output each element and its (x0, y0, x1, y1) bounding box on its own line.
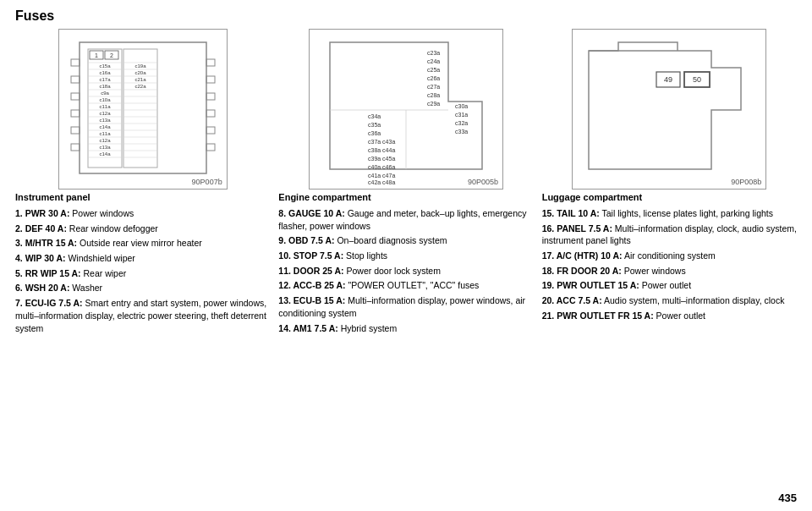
svg-text:c12a: c12a (99, 111, 111, 116)
luggage-compartment-diagram: 49 50 90P008b (572, 29, 766, 190)
svg-text:c19a: c19a (134, 63, 146, 69)
fuse-item-14: 14. AM1 7.5 A: Hybrid system (278, 322, 533, 335)
svg-text:c25a: c25a (427, 67, 440, 73)
fuse-item-21: 21. PWR OUTLET FR 15 A: Power outlet (542, 310, 797, 322)
ec-diagram-code: 90P005b (468, 178, 498, 186)
fuse-item-8: 8. GAUGE 10 A: Gauge and meter, back–up … (278, 207, 533, 232)
svg-text:c40a c46a: c40a c46a (368, 164, 395, 170)
instrument-panel-block: 1 2 (15, 29, 270, 202)
svg-rect-57 (71, 93, 80, 100)
svg-text:c29a: c29a (427, 101, 440, 107)
svg-text:c28a: c28a (427, 92, 440, 98)
fuse-item-13: 13. ECU-B 15 A: Multi–information displa… (278, 294, 533, 319)
page-container: Fuses 1 2 (0, 0, 812, 511)
svg-text:c24a: c24a (427, 58, 440, 64)
svg-text:c30a: c30a (455, 103, 468, 109)
page-number: 435 (778, 492, 797, 504)
lc-diagram-label: Luggage compartment (542, 192, 643, 202)
svg-text:c14a: c14a (99, 151, 111, 157)
svg-rect-58 (71, 110, 80, 117)
fuse-item-19: 19. PWR OUTLET 15 A: Power outlet (542, 279, 797, 292)
page-title: Fuses (15, 8, 797, 24)
svg-text:c33a: c33a (455, 129, 468, 135)
svg-text:c23a: c23a (427, 50, 440, 56)
svg-rect-66 (206, 144, 215, 151)
fuse-item-12: 12. ACC-B 25 A: "POWER OUTLET", "ACC" fu… (278, 279, 533, 292)
diagrams-row: 1 2 (15, 29, 797, 202)
svg-text:c32a: c32a (455, 120, 468, 126)
fuse-descriptions: 1. PWR 30 A: Power windows 2. DEF 40 A: … (15, 207, 797, 503)
svg-rect-56 (71, 76, 80, 83)
svg-text:c17a: c17a (99, 77, 111, 82)
fuse-item-15: 15. TAIL 10 A: Tail lights, license plat… (542, 207, 797, 220)
svg-text:c37a c43a: c37a c43a (368, 139, 395, 145)
fuse-item-5: 5. RR WIP 15 A: Rear wiper (15, 267, 270, 280)
svg-text:c20a: c20a (134, 70, 146, 75)
instrument-panel-diagram: 1 2 (58, 29, 228, 190)
svg-text:c13a: c13a (99, 145, 111, 150)
fuse-item-10: 10. STOP 7.5 A: Stop lights (278, 250, 533, 262)
svg-text:c15a: c15a (99, 63, 111, 69)
svg-text:c21a: c21a (134, 77, 146, 82)
engine-compartment-diagram: c23a c24a c25a c26a c27a c28a c29a c30a … (309, 29, 503, 190)
svg-text:2: 2 (110, 52, 113, 58)
fuse-item-4: 4. WIP 30 A: Windshield wiper (15, 252, 270, 265)
fuse-item-18: 18. FR DOOR 20 A: Power windows (542, 265, 797, 277)
svg-rect-60 (71, 144, 80, 151)
svg-text:c39a c45a: c39a c45a (368, 156, 395, 162)
svg-text:c14a: c14a (99, 124, 111, 129)
svg-text:c12a: c12a (99, 138, 111, 143)
svg-rect-64 (206, 110, 215, 117)
svg-text:c16a: c16a (99, 70, 111, 75)
fuse-item-2: 2. DEF 40 A: Rear window defogger (15, 223, 270, 235)
svg-text:c35a: c35a (368, 122, 381, 128)
svg-text:c41a c47a: c41a c47a (368, 173, 395, 179)
fuse-item-11: 11. DOOR 25 A: Power door lock system (278, 265, 533, 277)
svg-rect-61 (206, 59, 215, 66)
fuse-item-6: 6. WSH 20 A: Washer (15, 282, 270, 294)
svg-text:50: 50 (693, 75, 701, 84)
svg-text:49: 49 (664, 75, 672, 84)
svg-text:c26a: c26a (427, 75, 440, 81)
luggage-compartment-block: 49 50 90P008b Luggage compartment (542, 29, 797, 202)
fuse-item-16: 16. PANEL 7.5 A: Multi–information displ… (542, 223, 797, 247)
svg-rect-59 (71, 127, 80, 134)
svg-rect-65 (206, 127, 215, 134)
svg-text:c9a: c9a (101, 91, 109, 96)
fuse-column-1: 1. PWR 30 A: Power windows 2. DEF 40 A: … (15, 207, 270, 503)
svg-rect-63 (206, 93, 215, 100)
ec-diagram-label: Engine compartment (278, 192, 370, 202)
fuse-column-3: 15. TAIL 10 A: Tail lights, license plat… (542, 207, 797, 503)
fuse-item-17: 17. A/C (HTR) 10 A: Air conditioning sys… (542, 250, 797, 262)
svg-rect-55 (71, 59, 80, 66)
svg-text:c13a: c13a (99, 118, 111, 123)
fuse-item-1: 1. PWR 30 A: Power windows (15, 207, 270, 220)
svg-text:1: 1 (95, 52, 98, 58)
fuse-item-3: 3. M/HTR 15 A: Outside rear view mirror … (15, 237, 270, 250)
lc-diagram-code: 90P008b (731, 178, 761, 186)
svg-text:c11a: c11a (99, 131, 111, 136)
svg-text:c42a c48a: c42a c48a (368, 179, 395, 184)
svg-rect-62 (206, 76, 215, 83)
svg-text:c22a: c22a (134, 84, 146, 89)
svg-text:c31a: c31a (455, 112, 468, 118)
svg-text:c38a c44a: c38a c44a (368, 147, 395, 153)
svg-text:c34a: c34a (368, 113, 381, 119)
svg-text:c18a: c18a (99, 84, 111, 89)
engine-compartment-block: c23a c24a c25a c26a c27a c28a c29a c30a … (278, 29, 533, 202)
svg-text:c10a: c10a (99, 97, 111, 102)
svg-text:c36a: c36a (368, 130, 381, 136)
fuse-item-20: 20. ACC 7.5 A: Audio system, multi–infor… (542, 294, 797, 307)
fuse-item-7: 7. ECU-IG 7.5 A: Smart entry and start s… (15, 297, 270, 334)
svg-text:c27a: c27a (427, 84, 440, 90)
ip-diagram-label: Instrument panel (15, 192, 91, 202)
fuse-item-9: 9. OBD 7.5 A: On–board diagnosis system (278, 234, 533, 247)
ip-diagram-code: 90P007b (192, 178, 222, 186)
fuse-column-2: 8. GAUGE 10 A: Gauge and meter, back–up … (278, 207, 533, 503)
svg-text:c11a: c11a (99, 104, 111, 109)
